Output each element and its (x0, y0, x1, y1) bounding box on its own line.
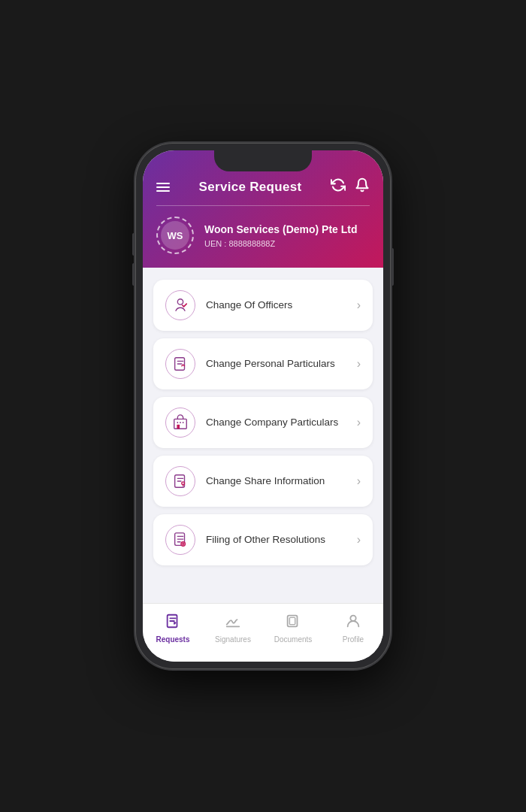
nav-item-requests[interactable]: Requests (143, 610, 203, 647)
bottom-navigation: Requests Signatures Do (143, 603, 383, 662)
bell-icon[interactable] (355, 177, 370, 196)
menu-item-change-personal[interactable]: Change Personal Particulars › (153, 338, 373, 389)
menu-item-change-company[interactable]: Change Company Particulars › (153, 397, 373, 448)
phone-screen: Service Request (143, 150, 383, 662)
company-info: Woon Services (Demo) Pte Ltd UEN : 88888… (204, 223, 370, 247)
resolution-icon (165, 525, 195, 555)
profile-nav-icon (345, 613, 361, 633)
chevron-right-icon: › (357, 474, 361, 488)
chevron-right-icon: › (357, 533, 361, 547)
company-name: Woon Services (Demo) Pte Ltd (204, 223, 370, 236)
chevron-right-icon: › (357, 357, 361, 371)
main-content: Change Of Officers › Change Personal Par… (143, 268, 383, 603)
refresh-icon[interactable] (331, 177, 346, 196)
signatures-nav-icon (225, 613, 241, 633)
menu-item-change-share[interactable]: Change Share Information › (153, 456, 373, 507)
menu-icon[interactable] (156, 183, 170, 192)
phone-frame: Service Request (135, 143, 391, 669)
share-icon (165, 466, 195, 496)
officer-icon (165, 290, 195, 320)
svg-rect-4 (174, 419, 187, 429)
header-actions (331, 177, 370, 196)
nav-item-signatures[interactable]: Signatures (203, 610, 263, 647)
documents-nav-icon (285, 613, 301, 633)
requests-nav-label: Requests (156, 635, 189, 644)
change-personal-label: Change Personal Particulars (206, 357, 346, 371)
filing-resolutions-label: Filing of Other Resolutions (206, 533, 346, 547)
chevron-right-icon: › (357, 298, 361, 312)
nav-item-profile[interactable]: Profile (323, 610, 383, 647)
documents-nav-label: Documents (274, 635, 313, 644)
page-title: Service Request (199, 180, 302, 195)
avatar-initials: WS (161, 221, 189, 250)
svg-rect-26 (289, 617, 295, 624)
personal-icon (165, 349, 195, 379)
company-avatar: WS (156, 217, 194, 254)
profile-nav-label: Profile (343, 635, 364, 644)
company-uen: UEN : 888888888Z (204, 239, 370, 248)
chevron-right-icon: › (357, 416, 361, 429)
change-officers-label: Change Of Officers (206, 298, 346, 312)
svg-point-0 (177, 299, 183, 304)
menu-item-change-officers[interactable]: Change Of Officers › (153, 280, 373, 331)
signatures-nav-label: Signatures (215, 635, 251, 644)
svg-rect-8 (177, 425, 180, 429)
svg-point-27 (350, 616, 355, 621)
nav-item-documents[interactable]: Documents (263, 610, 323, 647)
requests-nav-icon (165, 613, 181, 633)
change-company-label: Change Company Particulars (206, 416, 346, 429)
change-share-label: Change Share Information (206, 474, 346, 488)
notch (214, 150, 312, 171)
company-icon (165, 408, 195, 438)
menu-item-filing-resolutions[interactable]: Filing of Other Resolutions › (153, 514, 373, 565)
company-section: WS Woon Services (Demo) Pte Ltd UEN : 88… (143, 206, 383, 268)
